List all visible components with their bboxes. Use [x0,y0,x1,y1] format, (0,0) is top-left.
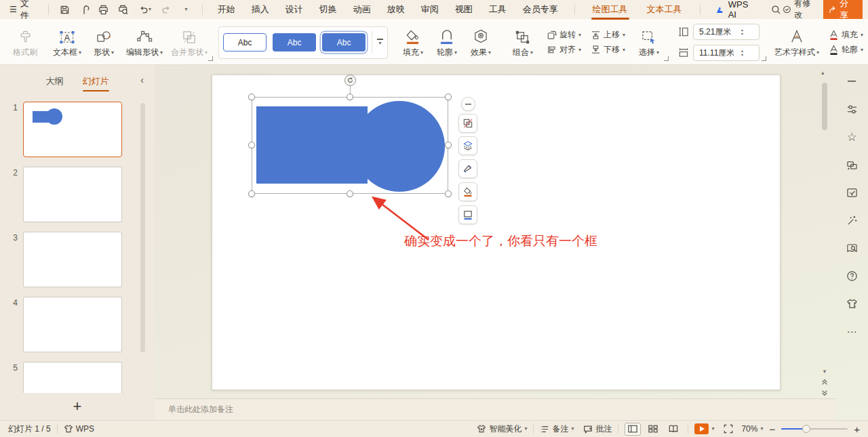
resize-handle-nw[interactable] [248,93,255,100]
style-brush-float-button[interactable] [458,159,477,178]
zoom-slider[interactable] [781,428,848,430]
slide-thumbnail[interactable] [23,297,122,352]
tab-slides[interactable]: 幻灯片 [81,72,111,91]
select-button[interactable]: 选择▾ [635,26,663,58]
customize-quickbar-button[interactable]: ▾ [178,2,194,17]
print-preview-button[interactable] [115,2,131,17]
undo-button[interactable]: ▾ [135,2,155,17]
editing-canvas[interactable]: 确实变成一个了，你看只有一个框 ▴ ▾ [155,65,835,398]
resize-handle-e[interactable] [445,142,452,148]
tab-design[interactable]: 设计 [285,3,303,16]
collapse-float-toolbar-button[interactable] [461,97,475,111]
more-tools-button[interactable]: ⋯ [845,325,859,338]
print-button[interactable] [96,2,111,17]
transition-panel-button[interactable] [845,158,859,171]
collapse-rail-button[interactable] [845,75,859,88]
layers-float-button[interactable] [458,136,477,155]
tab-insert[interactable]: 插入 [252,3,269,16]
canvas-scrollbar[interactable] [822,83,827,130]
tab-transition[interactable]: 切换 [319,3,337,16]
tab-slideshow[interactable]: 放映 [387,3,405,16]
sidebar-scrollbar[interactable] [140,103,145,352]
zoom-slider-thumb[interactable] [802,425,810,433]
wordart-styles-button[interactable]: 艺术字样式▾ [774,26,819,58]
next-slide-button[interactable] [819,388,830,398]
scroll-down-button[interactable]: ▾ [819,367,830,376]
redo-button[interactable] [159,2,175,17]
align-button[interactable]: 对齐▾ [547,44,581,56]
export-button[interactable] [77,2,92,17]
tab-member[interactable]: 会员专享 [523,3,558,16]
slideshow-play-button[interactable]: ▾ [694,423,714,434]
shape-style-chip-1[interactable]: Abc [223,33,267,51]
group-button[interactable]: 组合▾ [509,26,537,58]
wps-ai-button[interactable]: WPS AI [716,0,753,20]
previous-slide-button[interactable] [819,377,830,387]
shape-width-input[interactable] [694,48,740,58]
effects-panel-button[interactable]: ☆ [845,130,859,144]
rotation-handle[interactable] [344,75,356,86]
modified-status[interactable]: 有修改 [783,0,816,21]
spinner-up-icon[interactable]: ▴ [741,28,743,32]
zoom-out-button[interactable]: − [769,424,775,434]
notes-button[interactable]: 备注 ▾ [540,423,574,435]
tab-text-tools[interactable]: 文本工具 [646,1,684,18]
resize-handle-s[interactable] [347,190,353,197]
spinner-down-icon[interactable]: ▾ [741,54,743,57]
slide-thumbnail[interactable] [23,232,122,287]
notes-panel[interactable]: 单击此处添加备注 [155,398,835,420]
normal-view-button[interactable] [625,423,641,436]
wps-skin-button[interactable]: WPS [64,424,94,434]
reading-view-button[interactable] [665,423,682,436]
tab-view[interactable]: 视图 [455,3,473,16]
resize-handle-sw[interactable] [248,190,255,197]
text-fill-button[interactable]: 填充▾ [829,29,863,41]
shape-fill-button[interactable]: 填充▾ [399,26,427,58]
tab-outline[interactable]: 大纲 [45,72,65,91]
slide-sorter-view-button[interactable] [645,423,661,436]
edit-shape-button[interactable]: 编辑形状▾ [126,26,163,58]
text-outline-button[interactable]: 轮廓▾ [829,44,863,56]
tab-tools[interactable]: 工具 [489,3,507,16]
search-button[interactable] [769,2,783,17]
zoom-in-button[interactable]: + [854,424,860,434]
shapes-button[interactable]: 形状▾ [90,26,118,58]
smart-beautify-button[interactable]: 智能美化 ▾ [477,423,527,435]
slide-thumbnail[interactable] [23,102,122,157]
scroll-up-icon[interactable]: ▴ [821,69,825,76]
tab-review[interactable]: 审阅 [421,3,439,16]
gallery-more-button[interactable]: ▾ [372,31,383,54]
object-properties-button[interactable] [845,102,859,116]
text-box-button[interactable]: A 文本框▾ [53,26,81,58]
spinner-down-icon[interactable]: ▾ [741,33,743,36]
shape-style-chip-3-selected[interactable]: Abc [322,33,366,51]
shape-outline-button[interactable]: 轮廓▾ [433,26,461,58]
outline-color-float-button[interactable] [458,205,477,224]
assets-library-button[interactable] [845,186,859,199]
comments-button[interactable]: 批注 [583,423,612,435]
save-button[interactable] [57,2,73,17]
shape-style-chip-2[interactable]: Abc [273,33,316,51]
merge-shapes-button[interactable]: 合并形状▾ [171,26,208,58]
tab-drawing-tools[interactable]: 绘图工具 [591,1,629,18]
fit-to-window-button[interactable] [724,424,733,434]
move-up-button[interactable]: 上移▾ [591,29,625,41]
fill-color-float-button[interactable] [458,182,477,201]
merge-shapes-float-button[interactable] [458,114,477,133]
zoom-level-button[interactable]: 70% ▾ [741,424,763,434]
rotate-button[interactable]: 旋转▾ [547,29,581,41]
slide-thumbnail[interactable] [23,362,122,393]
slide-thumbnail[interactable] [23,167,122,222]
spinner-up-icon[interactable]: ▴ [741,49,743,53]
shape-effects-button[interactable]: 效果▾ [467,26,495,58]
collapse-panel-icon[interactable]: ‹ [140,75,144,85]
reference-search-button[interactable] [845,241,859,255]
move-down-button[interactable]: 下移▾ [591,44,625,56]
resize-handle-ne[interactable] [445,93,452,100]
tab-animation[interactable]: 动画 [353,3,371,16]
resize-handle-n[interactable] [347,93,353,100]
smart-tools-button[interactable] [845,213,859,227]
shape-height-input[interactable] [694,27,740,37]
skin-theme-button[interactable] [845,297,859,310]
format-painter-button[interactable]: 格式刷 [11,26,39,58]
